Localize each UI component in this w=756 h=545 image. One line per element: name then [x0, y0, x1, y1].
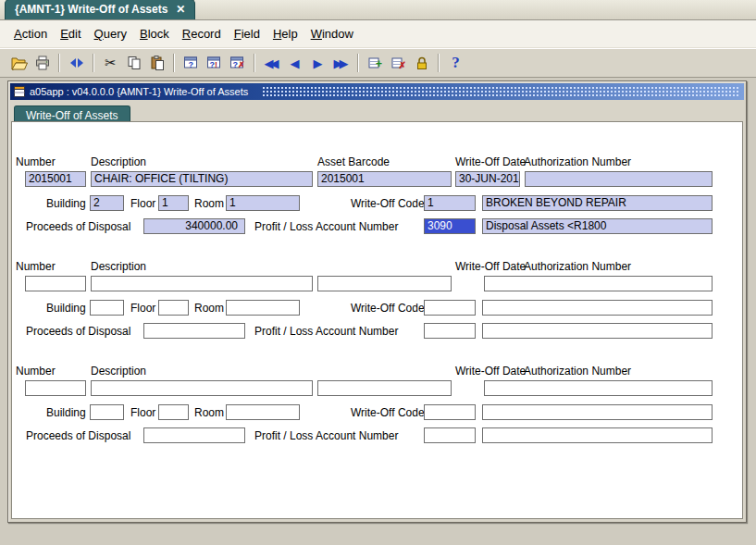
authorization-number-label: Authorization Number — [524, 260, 631, 273]
write-off-date-label: Write-Off Date — [455, 155, 526, 168]
copy-button[interactable] — [122, 52, 145, 74]
description-field[interactable]: CHAIR: OFFICE (TILTING) — [91, 171, 313, 187]
write-off-date-label: Write-Off Date — [455, 365, 526, 378]
form-canvas: Number Description Asset Barcode Write-O… — [11, 121, 743, 519]
profit-loss-account-number-field[interactable] — [424, 427, 476, 443]
enter-query-icon: ? — [183, 56, 199, 70]
last-record-button[interactable]: ▶▶ — [329, 52, 353, 74]
cut-icon: ✂ — [105, 55, 117, 71]
lock-record-icon — [415, 56, 429, 70]
write-off-code-description-field[interactable] — [482, 404, 713, 420]
room-field[interactable]: 1 — [226, 195, 300, 211]
menu-bar: Action Edit Query Block Record Field Hel… — [0, 20, 756, 48]
room-label: Room — [194, 302, 224, 315]
write-off-code-label: Write-Off Code — [351, 406, 425, 419]
navigate-icon — [69, 56, 84, 69]
proceeds-of-disposal-field[interactable] — [143, 427, 245, 443]
open-button[interactable] — [7, 52, 31, 74]
number-field[interactable] — [25, 380, 86, 396]
floor-field[interactable] — [158, 404, 189, 420]
menu-edit[interactable]: Edit — [54, 23, 87, 44]
authorization-number-field[interactable] — [484, 380, 713, 396]
asset-record-3: Number Description Write-Off Date Author… — [12, 363, 742, 446]
write-off-code-field[interactable] — [424, 404, 476, 420]
room-field[interactable] — [226, 404, 300, 420]
asset-barcode-field[interactable] — [317, 276, 452, 291]
menu-record[interactable]: Record — [176, 23, 228, 44]
menu-help[interactable]: Help — [266, 23, 304, 44]
authorization-number-field[interactable] — [484, 276, 713, 291]
printer-icon — [35, 56, 50, 70]
number-field[interactable]: 2015001 — [25, 171, 86, 187]
insert-record-icon: + — [368, 56, 383, 70]
floor-label: Floor — [130, 197, 155, 210]
write-off-date-field[interactable]: 30-JUN-2014 — [455, 171, 520, 187]
help-button[interactable]: ? — [444, 52, 467, 74]
menu-field[interactable]: Field — [228, 23, 266, 44]
previous-record-button[interactable]: ◀ — [283, 52, 306, 74]
svg-text:+: + — [376, 57, 382, 70]
room-field[interactable] — [226, 300, 300, 316]
proceeds-of-disposal-label: Proceeds of Disposal — [26, 429, 130, 442]
tab-close-icon[interactable]: ✕ — [176, 3, 185, 16]
profit-loss-account-description-field[interactable] — [482, 427, 713, 443]
write-off-code-description-field[interactable] — [482, 300, 713, 316]
cancel-query-button[interactable]: ? ✗ — [226, 52, 249, 74]
write-off-code-field[interactable]: 1 — [424, 195, 476, 211]
form-window: a05app : v04.0.0.0 {AMNT-1} Write-Off of… — [7, 81, 747, 523]
asset-barcode-field[interactable]: 2015001 — [317, 171, 452, 187]
proceeds-of-disposal-field[interactable]: 340000.00 — [143, 218, 245, 234]
building-field[interactable]: 2 — [90, 195, 124, 211]
number-field[interactable] — [25, 276, 86, 291]
write-off-code-field[interactable] — [424, 300, 476, 316]
paste-button[interactable] — [145, 52, 168, 74]
building-field[interactable] — [90, 404, 124, 420]
menu-window[interactable]: Window — [304, 23, 360, 44]
menu-query[interactable]: Query — [88, 23, 133, 44]
asset-barcode-field[interactable] — [317, 380, 452, 396]
description-field[interactable] — [91, 276, 313, 291]
execute-query-button[interactable]: ? ! — [203, 52, 226, 74]
toolbar-separator — [438, 54, 440, 72]
svg-text:?: ? — [189, 60, 194, 69]
cut-button[interactable]: ✂ — [99, 52, 122, 74]
profit-loss-account-description-field[interactable]: Disposal Assets <R1800 — [482, 218, 713, 234]
execute-query-icon: ? ! — [206, 56, 222, 70]
description-field[interactable] — [91, 380, 313, 396]
lock-record-button[interactable] — [410, 52, 433, 74]
menu-block[interactable]: Block — [133, 23, 176, 44]
toolbar-separator — [93, 54, 94, 72]
floor-label: Floor — [130, 302, 155, 315]
building-label: Building — [46, 197, 86, 210]
delete-record-button[interactable]: ✗ — [387, 52, 410, 74]
window-tab-write-off-of-assets[interactable]: {AMNT-1} Write-Off of Assets ✕ — [5, 0, 195, 19]
write-off-date-label: Write-Off Date — [455, 260, 526, 273]
window-tab-label: {AMNT-1} Write-Off of Assets — [15, 3, 167, 16]
insert-record-button[interactable]: + — [364, 52, 387, 74]
building-field[interactable] — [90, 300, 124, 316]
floor-field[interactable] — [158, 300, 189, 316]
profit-loss-account-number-field[interactable]: 3090 — [424, 218, 476, 234]
room-label: Room — [194, 406, 224, 419]
mdi-tab-strip: {AMNT-1} Write-Off of Assets ✕ — [0, 0, 756, 20]
window-title: a05app : v04.0.0.0 {AMNT-1} Write-Off of… — [30, 86, 248, 97]
enter-query-button[interactable]: ? — [180, 52, 203, 74]
authorization-number-field[interactable] — [525, 171, 713, 187]
next-record-icon: ▶ — [314, 57, 323, 69]
floor-field[interactable]: 1 — [158, 195, 189, 211]
form-window-titlebar[interactable]: a05app : v04.0.0.0 {AMNT-1} Write-Off of… — [10, 83, 744, 100]
proceeds-of-disposal-field[interactable] — [143, 323, 245, 339]
profit-loss-account-number-field[interactable] — [424, 323, 476, 339]
write-off-code-label: Write-Off Code — [351, 302, 425, 315]
first-record-button[interactable]: ◀◀ — [260, 52, 283, 74]
navigate-button[interactable] — [65, 52, 88, 74]
print-button[interactable] — [31, 52, 54, 74]
copy-icon — [127, 56, 142, 70]
next-record-button[interactable]: ▶ — [306, 52, 329, 74]
window-icon — [14, 86, 25, 97]
floor-label: Floor — [130, 406, 155, 419]
cancel-query-icon: ? ✗ — [229, 56, 245, 70]
profit-loss-account-description-field[interactable] — [482, 323, 713, 339]
menu-action[interactable]: Action — [7, 23, 54, 44]
write-off-code-description-field[interactable]: BROKEN BEYOND REPAIR — [482, 195, 713, 211]
